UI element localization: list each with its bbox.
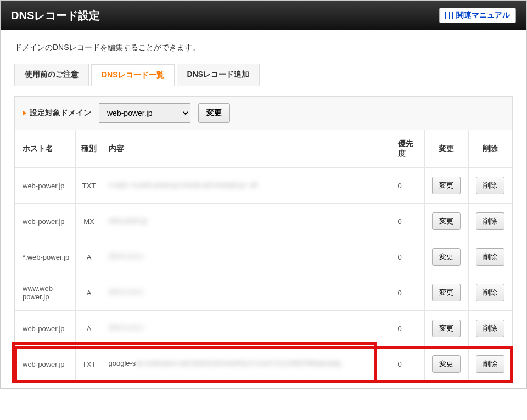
th-priority: 優先度	[389, 130, 424, 168]
cell-delete: 削除	[468, 275, 512, 311]
th-content: 内容	[103, 130, 389, 168]
domain-select-label: 設定対象ドメイン	[30, 108, 91, 118]
cell-content: web-power.jp	[103, 204, 389, 239]
delete-button[interactable]: 削除	[476, 355, 504, 373]
page-description: ドメインのDNSレコードを編集することができます。	[1, 30, 526, 64]
change-domain-button[interactable]: 変更	[198, 103, 230, 123]
tab-precautions[interactable]: 使用前のご注意	[14, 64, 89, 86]
table-row: www.web-power.jp A 203.0.113.1 0 変更 削除	[15, 275, 512, 311]
cell-content: 203.0.113.1	[103, 239, 389, 275]
cell-delete: 削除	[468, 168, 512, 204]
th-type: 種別	[75, 130, 103, 168]
th-host: ホスト名	[15, 130, 75, 168]
content-blurred: ite-verification=abCDefGhiJKlmNoPQrsTUvw…	[136, 360, 340, 367]
cell-content: v=spf1 +a:web-power.jp include:spf.examp…	[103, 168, 389, 204]
manual-button[interactable]: 関連マニュアル	[439, 8, 516, 23]
th-edit: 変更	[424, 130, 468, 168]
cell-edit: 変更	[424, 311, 468, 346]
edit-button[interactable]: 変更	[432, 212, 461, 230]
content-blurred: web-power.jp	[109, 217, 148, 225]
cell-delete: 削除	[468, 311, 512, 346]
cell-host: web-power.jp	[15, 204, 75, 239]
cell-content: google-site-verification=abCDefGhiJKlmNo…	[103, 346, 389, 382]
cell-edit: 変更	[424, 204, 468, 239]
content-blurred: v=spf1 +a:web-power.jp include:spf.examp…	[109, 181, 257, 189]
domain-select-bar: 設定対象ドメイン web-power.jp 変更	[15, 97, 512, 130]
cell-host: web-power.jp	[15, 168, 75, 204]
cell-type: A	[75, 311, 103, 346]
edit-button[interactable]: 変更	[432, 248, 461, 266]
tabs: 使用前のご注意 DNSレコード一覧 DNSレコード追加	[14, 64, 513, 86]
cell-content: 203.0.113.1	[103, 275, 389, 311]
cell-delete: 削除	[468, 204, 512, 239]
page-header: DNSレコード設定 関連マニュアル	[1, 1, 526, 30]
table-row: web-power.jp TXT v=spf1 +a:web-power.jp …	[15, 168, 512, 204]
edit-button[interactable]: 変更	[432, 355, 461, 373]
dns-records-table: ホスト名 種別 内容 優先度 変更 削除 web-power.jp TXT v=…	[15, 130, 512, 382]
cell-type: TXT	[75, 168, 103, 204]
table-row: web-power.jp A 203.0.113.1 0 変更 削除	[15, 311, 512, 346]
cell-host: web-power.jp	[15, 311, 75, 346]
delete-button[interactable]: 削除	[476, 248, 504, 266]
arrow-right-icon	[23, 110, 26, 116]
delete-button[interactable]: 削除	[476, 284, 504, 301]
tab-dns-record-add[interactable]: DNSレコード追加	[177, 64, 260, 86]
cell-type: A	[75, 275, 103, 311]
book-icon	[445, 12, 453, 19]
cell-priority: 0	[389, 346, 424, 382]
cell-priority: 0	[389, 275, 424, 311]
content-blurred: 203.0.113.1	[109, 253, 143, 260]
cell-priority: 0	[389, 204, 424, 239]
delete-button[interactable]: 削除	[476, 320, 504, 337]
page-title: DNSレコード設定	[11, 8, 100, 23]
cell-type: MX	[75, 204, 103, 239]
cell-edit: 変更	[424, 239, 468, 275]
cell-edit: 変更	[424, 275, 468, 311]
cell-edit: 変更	[424, 346, 468, 382]
edit-button[interactable]: 変更	[432, 284, 461, 301]
cell-host: web-power.jp	[15, 346, 75, 382]
tab-dns-record-list[interactable]: DNSレコード一覧	[91, 64, 175, 86]
cell-content: 203.0.113.1	[103, 311, 389, 346]
content-visible: google-s	[109, 359, 136, 367]
table-row: *.web-power.jp A 203.0.113.1 0 変更 削除	[15, 239, 512, 275]
table-row: web-power.jp MX web-power.jp 0 変更 削除	[15, 204, 512, 239]
th-delete: 削除	[468, 130, 512, 168]
cell-priority: 0	[389, 239, 424, 275]
edit-button[interactable]: 変更	[432, 320, 461, 337]
content-blurred: 203.0.113.1	[109, 288, 143, 296]
delete-button[interactable]: 削除	[476, 212, 504, 230]
cell-type: TXT	[75, 346, 103, 382]
cell-type: A	[75, 239, 103, 275]
edit-button[interactable]: 変更	[432, 177, 461, 194]
cell-delete: 削除	[468, 346, 512, 382]
domain-select[interactable]: web-power.jp	[99, 103, 190, 123]
cell-priority: 0	[389, 168, 424, 204]
manual-button-label: 関連マニュアル	[456, 10, 510, 20]
cell-priority: 0	[389, 311, 424, 346]
cell-host: *.web-power.jp	[15, 239, 75, 275]
content-panel: 設定対象ドメイン web-power.jp 変更 ホスト名 種別 内容 優先度 …	[14, 96, 513, 383]
table-row: web-power.jp TXT google-site-verificatio…	[15, 346, 512, 382]
cell-delete: 削除	[468, 239, 512, 275]
cell-edit: 変更	[424, 168, 468, 204]
delete-button[interactable]: 削除	[476, 177, 504, 194]
content-blurred: 203.0.113.1	[109, 324, 143, 332]
cell-host: www.web-power.jp	[15, 275, 75, 311]
